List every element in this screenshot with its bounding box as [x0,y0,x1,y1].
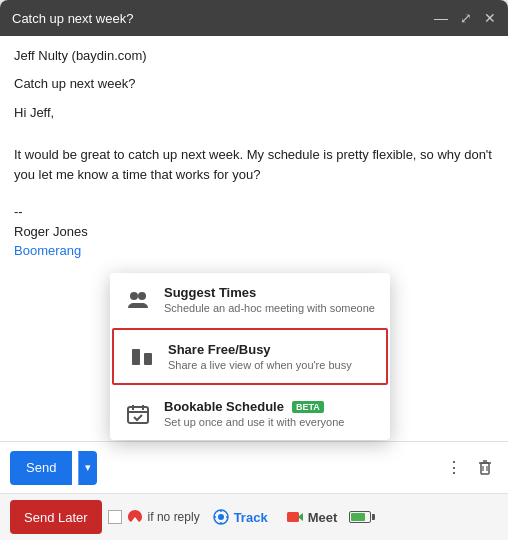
maximize-button[interactable]: ⤢ [460,10,472,26]
battery-tip [372,514,375,520]
menu-item-bookable-schedule[interactable]: Bookable Schedule BETA Set up once and u… [110,387,390,440]
svg-rect-8 [481,463,489,474]
send-button[interactable]: Send [10,451,72,485]
suggest-times-title: Suggest Times [164,285,375,300]
close-button[interactable]: ✕ [484,10,496,26]
share-free-busy-text: Share Free/Busy Share a live view of whe… [168,342,352,371]
minimize-button[interactable]: — [434,10,448,26]
svg-point-0 [130,292,138,300]
svg-rect-19 [287,512,299,522]
window-title: Catch up next week? [12,11,133,26]
svg-point-1 [138,292,146,300]
suggest-times-subtitle: Schedule an ad-hoc meeting with someone [164,302,375,314]
window-controls: — ⤢ ✕ [434,10,496,26]
greeting: Hi Jeff, [14,105,54,120]
bottom-toolbar: Send ▾ ⋮ [0,441,508,493]
body-text: Hi Jeff, It would be great to catch up n… [14,103,494,186]
svg-point-14 [218,514,224,520]
if-no-reply-label[interactable]: if no reply [148,510,200,524]
meet-label: Meet [308,510,338,525]
suggest-times-text: Suggest Times Schedule an ad-hoc meeting… [164,285,375,314]
boomerang-small-icon [126,508,144,526]
more-options-button[interactable]: ⋮ [442,454,466,481]
compose-window: Catch up next week? — ⤢ ✕ Jeff Nulty (ba… [0,0,508,540]
svg-rect-4 [128,407,148,423]
from-line: Jeff Nulty (baydin.com) [14,46,494,66]
boomerang-link[interactable]: Boomerang [14,243,81,258]
body-content: It would be great to catch up next week.… [14,147,492,183]
bookable-schedule-text: Bookable Schedule BETA Set up once and u… [164,399,344,428]
subject-line: Catch up next week? [14,74,494,94]
battery-fill [351,513,365,521]
meet-button[interactable]: Meet [280,504,344,530]
menu-item-share-free-busy[interactable]: Share Free/Busy Share a live view of whe… [112,328,388,385]
send-later-row: Send Later if no reply Track [0,493,508,540]
send-dropdown-button[interactable]: ▾ [78,451,97,485]
track-icon [212,508,230,526]
meet-icon [286,508,304,526]
battery-bar [349,511,371,523]
bookable-schedule-title: Bookable Schedule [164,399,284,414]
bookable-schedule-icon [124,400,152,428]
trash-icon [476,459,494,477]
battery-indicator [349,511,375,523]
share-free-busy-icon [128,343,156,371]
signature-dash: -- [14,202,494,222]
track-button[interactable]: Track [206,504,274,530]
menu-item-suggest-times[interactable]: Suggest Times Schedule an ad-hoc meeting… [110,273,390,326]
svg-rect-2 [132,349,140,365]
bookable-schedule-subtitle: Set up once and use it with everyone [164,416,344,428]
track-label: Track [234,510,268,525]
send-later-button[interactable]: Send Later [10,500,102,534]
if-no-reply-area: if no reply [108,508,200,526]
share-free-busy-title: Share Free/Busy [168,342,352,357]
signature-name: Roger Jones [14,222,494,242]
suggest-times-icon [124,286,152,314]
share-free-busy-subtitle: Share a live view of when you're busy [168,359,352,371]
boomerang-dropdown-menu: Suggest Times Schedule an ad-hoc meeting… [110,273,390,440]
trash-button[interactable] [472,455,498,481]
signature: -- Roger Jones Boomerang [14,202,494,261]
title-bar: Catch up next week? — ⤢ ✕ [0,0,508,36]
if-no-reply-checkbox[interactable] [108,510,122,524]
svg-rect-3 [144,353,152,365]
beta-badge: BETA [292,401,324,413]
